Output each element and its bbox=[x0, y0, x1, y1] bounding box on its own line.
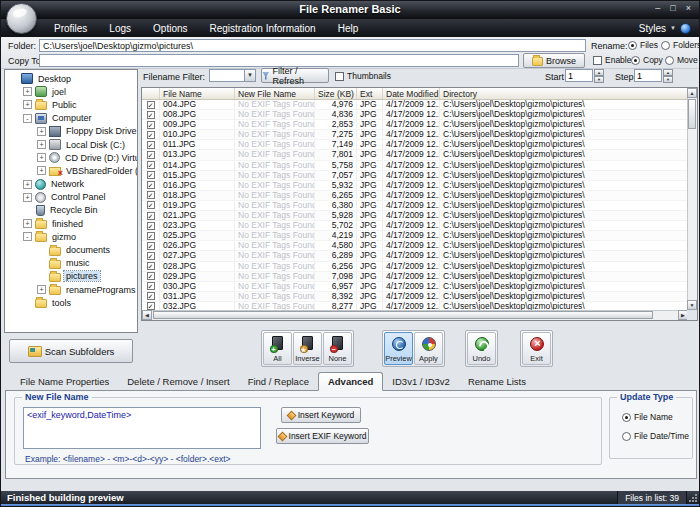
maximize-button[interactable]: □ bbox=[670, 3, 675, 13]
tree-item-music[interactable]: music bbox=[5, 257, 137, 270]
table-row[interactable]: ✓011.JPGNo EXIF Tags Found7,149JPG4/17/2… bbox=[142, 140, 697, 150]
expand-icon[interactable]: + bbox=[23, 193, 32, 202]
table-row[interactable]: ✓025.JPGNo EXIF Tags Found4,219JPG4/17/2… bbox=[142, 231, 697, 241]
table-row[interactable]: ✓014.JPGNo EXIF Tags Found5,758JPG4/17/2… bbox=[142, 161, 697, 171]
browse-button[interactable]: Browse bbox=[523, 53, 585, 68]
styles-button[interactable]: Styles ▼ bbox=[639, 23, 691, 34]
column-header-date-modified[interactable]: Date Modified bbox=[383, 88, 440, 99]
expand-icon[interactable]: + bbox=[23, 87, 32, 96]
start-input[interactable] bbox=[565, 69, 593, 82]
row-checkbox[interactable]: ✓ bbox=[147, 282, 155, 290]
column-header-new-file-name[interactable]: New File Name bbox=[235, 88, 315, 99]
tree-item-control-panel[interactable]: +Control Panel bbox=[5, 191, 137, 204]
scroll-up-icon[interactable]: ▲ bbox=[687, 88, 697, 98]
menu-item-help[interactable]: Help bbox=[327, 23, 370, 34]
expand-icon[interactable]: + bbox=[23, 100, 32, 109]
table-row[interactable]: ✓021.JPGNo EXIF Tags Found5,928JPG4/17/2… bbox=[142, 211, 697, 221]
tree-item-recycle-bin[interactable]: Recycle Bin bbox=[5, 204, 137, 217]
row-checkbox[interactable]: ✓ bbox=[147, 272, 155, 280]
table-row[interactable]: ✓026.JPGNo EXIF Tags Found4,580JPG4/17/2… bbox=[142, 241, 697, 251]
table-row[interactable]: ✓009.JPGNo EXIF Tags Found2,853JPG4/17/2… bbox=[142, 120, 697, 130]
scroll-down-icon[interactable]: ▼ bbox=[687, 300, 697, 310]
expand-icon[interactable]: + bbox=[23, 219, 32, 228]
tree-item-cd-drive-d-virtualbox-guest[interactable]: +CD Drive (D:) VirtualBox Guest bbox=[5, 151, 137, 164]
row-checkbox[interactable]: ✓ bbox=[147, 181, 155, 189]
spin-down-icon[interactable]: ▼ bbox=[594, 76, 604, 83]
table-row[interactable]: ✓027.JPGNo EXIF Tags Found6,289JPG4/17/2… bbox=[142, 251, 697, 261]
none-button[interactable]: −None bbox=[323, 332, 352, 365]
tree-item-vbsharedfolder-vboxsvr-z[interactable]: +VBSharedFolder (\\vboxsvr) (Z bbox=[5, 164, 137, 177]
row-checkbox[interactable]: ✓ bbox=[147, 292, 155, 300]
tree-item-tools[interactable]: tools bbox=[5, 296, 137, 309]
insert-exif-keyword-button[interactable]: Insert EXIF Keyword bbox=[276, 428, 369, 444]
preview-button[interactable]: Preview bbox=[384, 332, 413, 365]
table-row[interactable]: ✓028.JPGNo EXIF Tags Found6,256JPG4/17/2… bbox=[142, 262, 697, 272]
table-row[interactable]: ✓015.JPGNo EXIF Tags Found7,057JPG4/17/2… bbox=[142, 171, 697, 181]
table-row[interactable]: ✓019.JPGNo EXIF Tags Found6,380JPG4/17/2… bbox=[142, 201, 697, 211]
apply-button[interactable]: Apply bbox=[414, 332, 443, 365]
horizontal-scrollbar[interactable]: ◀ ▶ bbox=[142, 310, 688, 320]
table-row[interactable]: ✓016.JPGNo EXIF Tags Found5,932JPG4/17/2… bbox=[142, 181, 697, 191]
column-header-file-name[interactable]: File Name bbox=[160, 88, 235, 99]
table-row[interactable]: ✓008.JPGNo EXIF Tags Found4,836JPG4/17/2… bbox=[142, 110, 697, 120]
column-header-directory[interactable]: Directory bbox=[440, 88, 697, 99]
table-row[interactable]: ✓010.JPGNo EXIF Tags Found7,275JPG4/17/2… bbox=[142, 130, 697, 140]
close-button[interactable]: × bbox=[686, 3, 691, 13]
table-row[interactable]: ✓029.JPGNo EXIF Tags Found7,098JPG4/17/2… bbox=[142, 272, 697, 282]
row-checkbox[interactable]: ✓ bbox=[147, 212, 155, 220]
tree-item-documents[interactable]: documents bbox=[5, 243, 137, 256]
row-checkbox[interactable]: ✓ bbox=[147, 141, 155, 149]
vertical-scrollbar[interactable]: ▲ ▼ bbox=[687, 88, 697, 310]
collapse-icon[interactable]: - bbox=[23, 232, 32, 241]
enable-checkbox[interactable]: Enable bbox=[593, 55, 631, 65]
rename-radio-folders[interactable]: Folders bbox=[661, 40, 700, 50]
spin-up-icon[interactable]: ▲ bbox=[663, 69, 673, 76]
tab-delete-remove-insert[interactable]: Delete / Remove / Insert bbox=[118, 373, 238, 390]
row-checkbox[interactable]: ✓ bbox=[147, 222, 155, 230]
table-row[interactable]: ✓023.JPGNo EXIF Tags Found5,702JPG4/17/2… bbox=[142, 221, 697, 231]
scan-subfolders-button[interactable]: Scan Subfolders bbox=[9, 339, 133, 363]
row-checkbox[interactable]: ✓ bbox=[147, 111, 155, 119]
row-checkbox[interactable]: ✓ bbox=[147, 242, 155, 250]
tree-item-gizmo[interactable]: -gizmo bbox=[5, 230, 137, 243]
expand-icon[interactable]: + bbox=[37, 140, 46, 149]
tree-item-finished[interactable]: +finished bbox=[5, 217, 137, 230]
dropdown-arrow-icon[interactable]: ▼ bbox=[244, 70, 255, 81]
column-header-size-kb[interactable]: Size (KB) bbox=[315, 88, 357, 99]
row-checkbox[interactable]: ✓ bbox=[147, 121, 155, 129]
table-row[interactable]: ✓030.JPGNo EXIF Tags Found6,957JPG4/17/2… bbox=[142, 282, 697, 292]
tree-item-renameprograms[interactable]: +renamePrograms bbox=[5, 283, 137, 296]
menu-item-registration-information[interactable]: Registration Information bbox=[199, 23, 327, 34]
expand-icon[interactable]: + bbox=[37, 153, 46, 162]
tree-item-floppy-disk-drive-a[interactable]: +Floppy Disk Drive (A:) bbox=[5, 125, 137, 138]
expand-icon[interactable]: + bbox=[37, 127, 46, 136]
exit-button[interactable]: Exit bbox=[522, 332, 551, 365]
column-header-ext[interactable]: Ext bbox=[357, 88, 383, 99]
table-row[interactable]: ✓018.JPGNo EXIF Tags Found6,265JPG4/17/2… bbox=[142, 191, 697, 201]
filename-filter-dropdown[interactable]: ▼ bbox=[209, 69, 256, 82]
row-checkbox[interactable]: ✓ bbox=[147, 131, 155, 139]
scrollbar-thumb[interactable] bbox=[153, 311, 653, 319]
tab-find-replace[interactable]: Find / Replace bbox=[239, 373, 318, 390]
scrollbar-thumb[interactable] bbox=[688, 99, 696, 129]
collapse-icon[interactable]: - bbox=[23, 114, 32, 123]
undo-button[interactable]: Undo bbox=[467, 332, 496, 365]
tab-rename-lists[interactable]: Rename Lists bbox=[459, 373, 535, 390]
row-checkbox[interactable]: ✓ bbox=[147, 262, 155, 270]
row-checkbox[interactable]: ✓ bbox=[147, 232, 155, 240]
tree-item-computer[interactable]: -Computer bbox=[5, 112, 137, 125]
tree-item-desktop[interactable]: Desktop bbox=[5, 72, 137, 85]
spin-down-icon[interactable]: ▼ bbox=[663, 76, 673, 83]
all-button[interactable]: +All bbox=[263, 332, 292, 365]
copy-mode-radio-move[interactable]: Move bbox=[665, 55, 698, 65]
row-checkbox[interactable]: ✓ bbox=[147, 161, 155, 169]
row-checkbox[interactable]: ✓ bbox=[147, 151, 155, 159]
expand-icon[interactable]: + bbox=[37, 166, 46, 175]
row-checkbox[interactable]: ✓ bbox=[147, 101, 155, 109]
tree-item-public[interactable]: +Public bbox=[5, 98, 137, 111]
thumbnails-checkbox[interactable]: Thumbnails bbox=[335, 71, 391, 81]
table-row[interactable]: ✓004.JPGNo EXIF Tags Found4,976JPG4/17/2… bbox=[142, 100, 697, 110]
tree-item-network[interactable]: +Network bbox=[5, 178, 137, 191]
menu-item-profiles[interactable]: Profiles bbox=[43, 23, 98, 34]
row-checkbox[interactable]: ✓ bbox=[147, 191, 155, 199]
